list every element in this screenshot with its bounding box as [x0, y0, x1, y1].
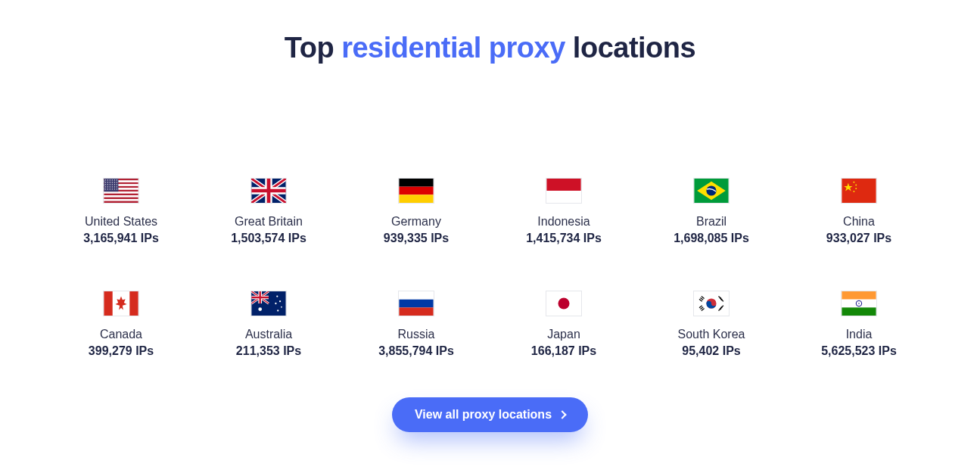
svg-point-43 — [117, 188, 117, 189]
svg-point-34 — [110, 186, 110, 187]
location-card[interactable]: Canada399,279 IPs — [48, 291, 195, 358]
svg-rect-91 — [842, 307, 876, 316]
svg-point-25 — [117, 182, 117, 182]
svg-point-17 — [112, 179, 113, 180]
svg-point-74 — [558, 297, 569, 309]
title-pre: Top — [285, 32, 341, 64]
location-card[interactable]: Russia3,855,794 IPs — [343, 291, 490, 358]
svg-point-32 — [105, 186, 106, 187]
svg-point-14 — [105, 179, 106, 180]
svg-rect-71 — [399, 300, 433, 308]
svg-point-65 — [276, 295, 278, 297]
country-ip-count: 211,353 IPs — [236, 344, 301, 358]
svg-point-68 — [277, 310, 278, 311]
svg-point-36 — [114, 186, 115, 187]
location-card[interactable]: India5,625,523 IPs — [786, 291, 933, 358]
svg-rect-70 — [399, 291, 433, 300]
country-name: Great Britain — [235, 215, 303, 229]
svg-rect-13 — [104, 179, 118, 191]
svg-point-42 — [114, 188, 115, 189]
title-post: locations — [565, 32, 695, 64]
svg-point-41 — [112, 188, 113, 189]
view-all-button[interactable]: View all proxy locations — [392, 397, 588, 432]
country-name: Germany — [391, 215, 441, 229]
svg-point-57 — [855, 188, 857, 189]
locations-grid: United States3,165,941 IPsGreat Britain1… — [48, 178, 933, 358]
country-name: India — [846, 328, 873, 341]
svg-point-19 — [117, 179, 117, 180]
de-flag-icon — [398, 178, 434, 204]
svg-rect-47 — [399, 194, 433, 203]
country-name: China — [843, 215, 875, 229]
country-name: United States — [85, 215, 157, 229]
au-flag-icon — [250, 291, 287, 316]
country-ip-count: 3,855,794 IPs — [378, 344, 454, 358]
country-ip-count: 5,625,523 IPs — [821, 344, 897, 358]
svg-rect-46 — [399, 187, 433, 195]
kr-flag-icon — [693, 291, 730, 316]
svg-rect-60 — [104, 291, 112, 316]
svg-rect-9 — [104, 195, 138, 197]
svg-point-38 — [105, 188, 106, 189]
country-name: South Korea — [678, 328, 745, 341]
country-ip-count: 399,279 IPs — [89, 344, 154, 358]
country-ip-count: 1,503,574 IPs — [231, 232, 306, 245]
svg-rect-48 — [546, 179, 580, 191]
country-ip-count: 166,187 IPs — [531, 344, 596, 358]
svg-rect-45 — [399, 179, 433, 187]
location-card[interactable]: South Korea95,402 IPs — [638, 291, 786, 358]
country-ip-count: 1,698,085 IPs — [674, 232, 749, 245]
title-accent: residential proxy — [341, 32, 565, 64]
svg-rect-8 — [104, 194, 138, 195]
svg-rect-11 — [104, 199, 138, 201]
location-card[interactable]: United States3,165,941 IPs — [48, 178, 195, 245]
svg-point-30 — [114, 184, 115, 185]
svg-rect-10 — [104, 198, 138, 199]
svg-point-67 — [275, 303, 276, 304]
svg-point-55 — [853, 182, 854, 183]
location-card[interactable]: Indonesia1,415,734 IPs — [490, 178, 638, 245]
svg-point-56 — [855, 185, 857, 186]
country-name: Japan — [547, 328, 580, 341]
country-name: Brazil — [696, 215, 726, 229]
country-ip-count: 95,402 IPs — [682, 344, 740, 358]
svg-rect-89 — [842, 291, 876, 300]
country-name: Russia — [398, 328, 435, 341]
svg-point-37 — [117, 186, 117, 187]
country-name: Indonesia — [537, 215, 590, 229]
in-flag-icon — [841, 291, 877, 316]
svg-point-20 — [105, 182, 106, 182]
location-card[interactable]: Australia211,353 IPs — [195, 291, 343, 358]
location-card[interactable]: Great Britain1,503,574 IPs — [195, 178, 343, 245]
svg-point-15 — [107, 179, 108, 180]
gb-flag-icon — [250, 178, 287, 204]
cn-flag-icon — [841, 178, 877, 204]
svg-point-40 — [110, 188, 110, 189]
country-ip-count: 933,027 IPs — [826, 232, 891, 245]
country-ip-count: 1,415,734 IPs — [526, 232, 602, 245]
svg-point-29 — [112, 184, 113, 185]
location-card[interactable]: China933,027 IPs — [786, 178, 933, 245]
location-card[interactable]: Brazil1,698,085 IPs — [638, 178, 786, 245]
ru-flag-icon — [398, 291, 434, 316]
svg-point-33 — [107, 186, 108, 187]
svg-point-93 — [858, 303, 860, 304]
location-card[interactable]: Germany939,335 IPs — [343, 178, 490, 245]
svg-point-66 — [279, 300, 281, 302]
page-title: Top residential proxy locations — [285, 32, 695, 64]
id-flag-icon — [546, 178, 582, 204]
svg-point-69 — [281, 307, 282, 308]
svg-point-28 — [110, 184, 110, 185]
svg-point-21 — [107, 182, 108, 182]
location-card[interactable]: Japan166,187 IPs — [490, 291, 638, 358]
svg-point-58 — [853, 191, 854, 192]
us-flag-icon — [103, 178, 139, 204]
country-ip-count: 3,165,941 IPs — [83, 232, 159, 245]
svg-point-23 — [112, 182, 113, 182]
svg-point-24 — [114, 182, 115, 182]
ca-flag-icon — [103, 291, 139, 316]
svg-point-31 — [117, 184, 117, 185]
svg-point-18 — [114, 179, 115, 180]
country-ip-count: 939,335 IPs — [384, 232, 449, 245]
svg-point-22 — [110, 182, 110, 182]
